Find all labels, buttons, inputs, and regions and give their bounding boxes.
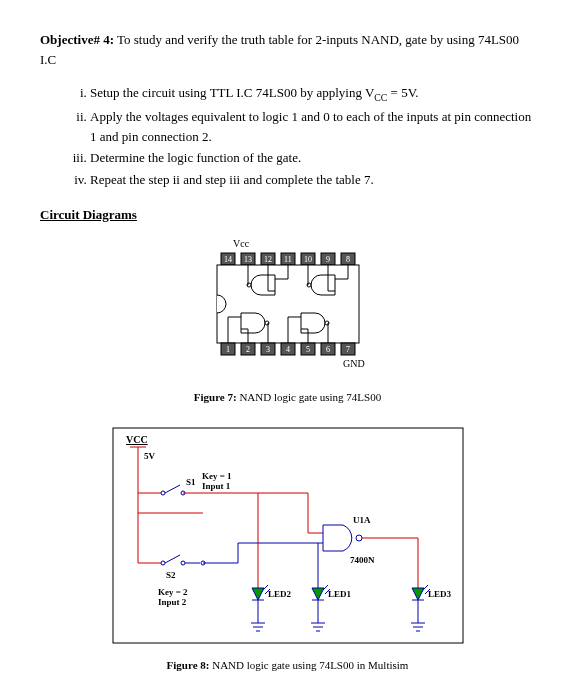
svg-text:14: 14 bbox=[224, 255, 232, 264]
vcc-label: Vcc bbox=[233, 238, 250, 249]
svg-text:Input 1: Input 1 bbox=[202, 481, 231, 491]
svg-text:5: 5 bbox=[306, 345, 310, 354]
figure-8-caption: Figure 8: NAND logic gate using 74LS00 i… bbox=[40, 659, 535, 671]
nand-ic-diagram: Vcc 14 13 12 11 10 9 8 bbox=[173, 235, 403, 385]
top-pins: 14 13 12 11 10 9 8 bbox=[221, 253, 355, 265]
multisim-circuit: VCC 5V S1 Key = 1 Input 1 S2 Key = 2 Inp… bbox=[108, 423, 468, 653]
svg-text:LED2: LED2 bbox=[268, 589, 292, 599]
svg-text:10: 10 bbox=[304, 255, 312, 264]
svg-text:6: 6 bbox=[326, 345, 330, 354]
svg-point-87 bbox=[356, 535, 362, 541]
svg-text:Key = 2: Key = 2 bbox=[158, 587, 188, 597]
svg-text:4: 4 bbox=[286, 345, 290, 354]
svg-text:12: 12 bbox=[264, 255, 272, 264]
vcc-label: VCC bbox=[126, 434, 148, 445]
svg-rect-57 bbox=[113, 428, 463, 643]
step-item-2: Apply the voltages equivalent to logic 1… bbox=[90, 107, 535, 146]
section-title: Circuit Diagrams bbox=[40, 207, 535, 223]
objective-heading: Objective# 4: To study and verify the tr… bbox=[40, 30, 535, 69]
svg-text:9: 9 bbox=[326, 255, 330, 264]
bottom-pins: 1 2 3 4 5 6 7 bbox=[221, 343, 355, 355]
svg-text:8: 8 bbox=[346, 255, 350, 264]
svg-text:S1: S1 bbox=[186, 477, 196, 487]
svg-text:5V: 5V bbox=[144, 451, 156, 461]
step-item-1: Setup the circuit using TTL I.C 74LS00 b… bbox=[90, 83, 535, 105]
svg-text:U1A: U1A bbox=[353, 515, 371, 525]
svg-point-63 bbox=[161, 491, 165, 495]
figure-7: Vcc 14 13 12 11 10 9 8 bbox=[40, 235, 535, 403]
svg-point-77 bbox=[181, 561, 185, 565]
svg-text:3: 3 bbox=[266, 345, 270, 354]
svg-text:Key = 1: Key = 1 bbox=[202, 471, 232, 481]
steps-list: Setup the circuit using TTL I.C 74LS00 b… bbox=[40, 83, 535, 189]
svg-text:LED1: LED1 bbox=[328, 589, 352, 599]
svg-text:7400N: 7400N bbox=[350, 555, 375, 565]
svg-text:S2: S2 bbox=[166, 570, 176, 580]
svg-text:7: 7 bbox=[346, 345, 350, 354]
svg-text:LED3: LED3 bbox=[428, 589, 452, 599]
figure-8: VCC 5V S1 Key = 1 Input 1 S2 Key = 2 Inp… bbox=[40, 423, 535, 671]
svg-text:13: 13 bbox=[244, 255, 252, 264]
step-item-3: Determine the logic function of the gate… bbox=[90, 148, 535, 168]
figure-7-caption: Figure 7: NAND logic gate using 74LS00 bbox=[40, 391, 535, 403]
svg-text:2: 2 bbox=[246, 345, 250, 354]
svg-text:1: 1 bbox=[226, 345, 230, 354]
svg-point-76 bbox=[161, 561, 165, 565]
step-item-4: Repeat the step ii and step iii and comp… bbox=[90, 170, 535, 190]
objective-label: Objective# 4: bbox=[40, 32, 114, 47]
gnd-label: GND bbox=[343, 358, 365, 369]
svg-text:11: 11 bbox=[284, 255, 292, 264]
svg-text:Input 2: Input 2 bbox=[158, 597, 187, 607]
